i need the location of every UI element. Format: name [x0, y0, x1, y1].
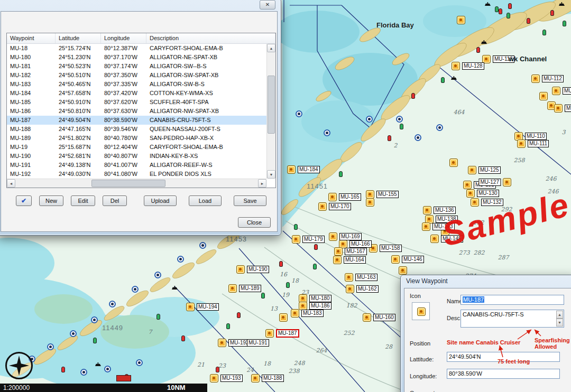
del-button[interactable]: Del	[103, 195, 127, 206]
waypoint-marker-icon[interactable]	[422, 222, 430, 231]
waypoint-marker-icon[interactable]	[503, 178, 511, 186]
waypoint-marker-icon[interactable]	[287, 165, 296, 174]
waypoint-marker-icon[interactable]	[452, 62, 460, 70]
map-waypoint-label[interactable]: MU-179	[302, 236, 325, 243]
map-waypoint-label[interactable]: MU-188	[262, 375, 284, 382]
waypoint-marker-icon[interactable]	[366, 198, 374, 207]
waypoint-row[interactable]: MU-19124°49.138'N80°41.007'WALLIGATOR-RE…	[7, 161, 266, 170]
waypoint-marker-icon[interactable]	[291, 309, 299, 318]
map-waypoint-label[interactable]: MU-167	[345, 248, 367, 255]
map-waypoint-label[interactable]: MU-111	[528, 140, 549, 147]
scroll-left-icon[interactable]: ◄	[7, 179, 15, 188]
map-waypoint-label[interactable]: MU-1	[563, 87, 571, 95]
map-waypoint-label[interactable]: MU-191	[247, 339, 269, 347]
map-waypoint-label[interactable]: MU-130	[477, 190, 499, 197]
map-waypoint-label[interactable]: MU-166	[349, 240, 372, 248]
waypoint-marker-icon[interactable]	[517, 139, 526, 148]
waypoint-marker-icon[interactable]	[468, 166, 476, 174]
waypoint-marker-icon[interactable]	[299, 302, 307, 310]
waypoint-row[interactable]: MU-1825°15.724'N80°12.387'WCARYFORT-SHOA…	[7, 44, 266, 53]
waypoint-marker-icon[interactable]	[463, 181, 472, 189]
waypoint-row[interactable]: MU-18924°51.802'N80°40.780'WSAN-PEDRO-HA…	[7, 134, 266, 143]
map-waypoint-label[interactable]: MU-158	[380, 245, 402, 252]
waypoint-marker-icon[interactable]	[423, 206, 431, 214]
map-waypoint-label[interactable]: MU-180	[309, 295, 331, 302]
map-waypoint-label[interactable]: MU-1	[565, 105, 571, 112]
map-waypoint-label[interactable]: MU-160	[373, 314, 395, 321]
waypoint-marker-icon[interactable]	[531, 74, 540, 83]
waypoint-marker-icon[interactable]	[210, 374, 218, 382]
edit-button[interactable]: Edit	[71, 195, 95, 206]
waypoint-marker-icon[interactable]	[552, 87, 560, 95]
map-waypoint-label[interactable]: MU-127	[478, 179, 501, 186]
waypoint-marker-icon[interactable]	[334, 247, 343, 256]
waypoint-marker-icon[interactable]	[457, 16, 465, 24]
new-button[interactable]: New	[39, 195, 63, 206]
map-waypoint-label[interactable]: MU-186	[309, 302, 331, 310]
spin-up-icon[interactable]: ▲	[556, 311, 563, 319]
load-button[interactable]: Load	[189, 195, 222, 206]
waypoint-marker-icon[interactable]	[333, 256, 342, 264]
close-button[interactable]: Close	[238, 217, 271, 228]
waypoint-row[interactable]: MU-18624°50.810'N80°37.630'WALLIGATOR-NW…	[7, 107, 266, 116]
waypoint-marker-icon[interactable]	[345, 273, 353, 282]
waypoint-marker-icon[interactable]	[391, 255, 400, 264]
horizontal-scroll-thumb[interactable]	[91, 180, 165, 187]
map-waypoint-label[interactable]: MU-184	[298, 166, 320, 173]
waypoint-marker-icon[interactable]	[292, 235, 300, 244]
waypoint-row[interactable]: MU-19224°49.030'N80°41.080'WEL PONDER DI…	[7, 170, 266, 179]
vertical-scrollbar[interactable]: ▲ ▼	[266, 44, 275, 179]
vertical-scroll-thumb[interactable]	[268, 76, 275, 134]
map-waypoint-label[interactable]: MU-189	[239, 285, 261, 292]
map-waypoint-label[interactable]: MU-165	[339, 193, 361, 201]
map-waypoint-label[interactable]: MU-146	[402, 256, 424, 263]
map-waypoint-label[interactable]: MU-163	[355, 274, 377, 281]
map-waypoint-label[interactable]: MU-125	[478, 166, 501, 174]
map-waypoint-label[interactable]: MU-164	[344, 256, 366, 264]
waypoint-row[interactable]: MU-18524°50.910'N80°37.620'WSCUFFLER-40F…	[7, 98, 266, 107]
waypoint-marker-icon[interactable]	[539, 92, 548, 100]
waypoint-marker-icon[interactable]	[318, 202, 327, 211]
waypoint-row[interactable]: MU-19024°52.681'N80°40.807'WINDIAN-KEY-B…	[7, 152, 266, 161]
waypoint-row[interactable]: MU-18024°51.230'N80°37.170'WALLIGATOR-NE…	[7, 53, 266, 62]
column-header-latitude[interactable]: Latitude	[56, 33, 101, 43]
map-waypoint-label[interactable]: MU-187	[276, 329, 299, 338]
waypoint-row[interactable]: MU-18424°57.658'N80°37.420'WCOTTON-KEY-W…	[7, 89, 266, 98]
waypoint-row[interactable]: MU-18224°50.510'N80°37.350'WALLIGATOR-SW…	[7, 71, 266, 80]
waypoint-marker-icon[interactable]	[265, 329, 274, 338]
save-button[interactable]: Save	[234, 195, 266, 206]
name-field[interactable]: MU-187	[461, 295, 564, 305]
waypoint-table[interactable]: Waypoint Latitude Longitude Description …	[6, 33, 276, 188]
waypoint-row[interactable]: MU-18324°50.465'N80°37.335'WALLIGATOR-SW…	[7, 80, 266, 89]
waypoint-row[interactable]: MU-1925°15.687'N80°12.404'WCARYFORT-SHOA…	[7, 143, 266, 152]
horizontal-scrollbar[interactable]: ◄ ►	[7, 179, 266, 188]
column-header-longitude[interactable]: Longitude	[101, 33, 146, 43]
waypoint-row[interactable]: MU-18824°47.165'N80°39.546'WQUEEN-NASSAU…	[7, 125, 266, 134]
map-waypoint-label[interactable]: MU-169	[339, 233, 362, 240]
scroll-right-icon[interactable]: ►	[258, 179, 266, 188]
waypoint-marker-icon[interactable]	[186, 303, 195, 311]
upload-button[interactable]: Upload	[144, 195, 177, 206]
waypoint-marker-icon[interactable]	[471, 198, 479, 207]
map-waypoint-label[interactable]: MU-183	[301, 310, 324, 317]
map-waypoint-label[interactable]: MU-162	[356, 285, 379, 293]
scroll-down-icon[interactable]: ▼	[267, 170, 275, 179]
view-dialog-title[interactable]: View Waypoint	[406, 277, 448, 285]
map-waypoint-label[interactable]: MU-193	[220, 375, 243, 382]
waypoint-marker-icon[interactable]	[228, 284, 237, 293]
longitude-field[interactable]: 80°38.590'W	[447, 369, 560, 379]
waypoint-marker-icon[interactable]	[328, 193, 337, 201]
waypoint-marker-icon[interactable]	[430, 235, 439, 243]
waypoint-marker-icon[interactable]	[251, 374, 260, 382]
waypoint-marker-icon[interactable]	[346, 285, 354, 293]
map-waypoint-label[interactable]: MU-194	[197, 303, 219, 311]
waypoint-marker-icon[interactable]	[363, 313, 371, 322]
map-waypoint-label[interactable]: MU-128	[462, 62, 484, 70]
waypoint-marker-icon[interactable]	[366, 190, 374, 199]
waypoint-marker-icon[interactable]	[329, 232, 337, 241]
close-icon[interactable]: ✕	[260, 0, 275, 10]
map-waypoint-label[interactable]: MU-112	[542, 75, 564, 82]
column-header-waypoint[interactable]: Waypoint	[7, 33, 56, 43]
waypoint-icon-button[interactable]	[412, 302, 430, 320]
waypoint-marker-icon[interactable]	[236, 265, 245, 274]
